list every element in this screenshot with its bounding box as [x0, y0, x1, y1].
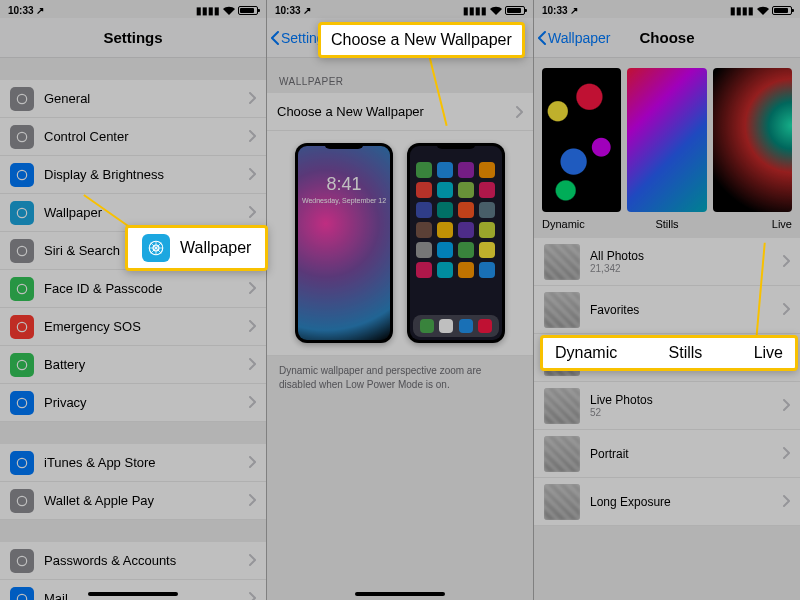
album-thumbnail [544, 388, 580, 424]
category-label-dynamic: Dynamic [542, 218, 625, 230]
faceid-icon [10, 277, 34, 301]
album-row[interactable]: Selfies826 [534, 334, 800, 382]
category-live[interactable] [713, 68, 792, 212]
wallpaper-panel: 10:33 ↗ ▮▮▮▮ Settings WALLPAPER Choose a… [267, 0, 534, 600]
settings-row-privacy[interactable]: Privacy [0, 384, 266, 422]
svg-point-3 [17, 208, 26, 217]
album-thumbnail [544, 484, 580, 520]
row-label: Passwords & Accounts [44, 553, 249, 568]
chevron-right-icon [783, 301, 790, 319]
settings-row-battery[interactable]: Battery [0, 346, 266, 384]
battery-icon [238, 6, 258, 15]
svg-point-11 [17, 556, 26, 565]
text-size-icon [10, 163, 34, 187]
chevron-right-icon [249, 280, 256, 298]
chevron-right-icon [249, 356, 256, 374]
choose-wallpaper-row[interactable]: Choose a New Wallpaper [267, 93, 533, 131]
battery-icon [10, 353, 34, 377]
album-thumbnail [544, 292, 580, 328]
lock-screen-preview[interactable]: 8:41 Wednesday, September 12 [295, 143, 393, 343]
wifi-icon [223, 6, 235, 15]
settings-row-wallpaper[interactable]: Wallpaper [0, 194, 266, 232]
svg-point-12 [17, 594, 26, 600]
row-label: Wallpaper [44, 205, 249, 220]
chevron-right-icon [249, 552, 256, 570]
settings-row-siri-search[interactable]: Siri & Search [0, 232, 266, 270]
album-row[interactable]: Favorites [534, 286, 800, 334]
home-indicator[interactable] [355, 592, 445, 596]
status-bar: 10:33 ↗ ▮▮▮▮ [534, 0, 800, 18]
svg-point-8 [17, 398, 26, 407]
category-label-live: Live [709, 218, 792, 230]
settings-row-itunes-app-store[interactable]: iTunes & App Store [0, 444, 266, 482]
row-label: Wallet & Apple Pay [44, 493, 249, 508]
page-title: Choose [639, 29, 694, 46]
row-label: Privacy [44, 395, 249, 410]
album-count: 21,342 [590, 263, 644, 274]
settings-panel: 10:33 ↗ ▮▮▮▮ Settings GeneralControl Cen… [0, 0, 267, 600]
settings-row-passwords-accounts[interactable]: Passwords & Accounts [0, 542, 266, 580]
svg-point-0 [17, 94, 26, 103]
chevron-right-icon [783, 253, 790, 271]
status-bar: 10:33 ↗ ▮▮▮▮ [267, 0, 533, 18]
chevron-left-icon [538, 31, 546, 45]
chevron-right-icon [249, 128, 256, 146]
settings-row-general[interactable]: General [0, 80, 266, 118]
album-name: All Photos [590, 249, 644, 263]
back-button[interactable]: Settings [271, 30, 332, 46]
settings-row-control-center[interactable]: Control Center [0, 118, 266, 156]
row-label: General [44, 91, 249, 106]
svg-point-1 [17, 132, 26, 141]
settings-row-emergency-sos[interactable]: Emergency SOS [0, 308, 266, 346]
svg-point-2 [17, 170, 26, 179]
settings-list[interactable]: GeneralControl CenterDisplay & Brightnes… [0, 58, 266, 600]
settings-row-display-brightness[interactable]: Display & Brightness [0, 156, 266, 194]
row-label: Siri & Search [44, 243, 249, 258]
status-bar: 10:33 ↗ ▮▮▮▮ [0, 0, 266, 18]
category-dynamic[interactable] [542, 68, 621, 212]
row-label: Display & Brightness [44, 167, 249, 182]
album-count: 52 [590, 407, 653, 418]
svg-point-7 [17, 360, 26, 369]
chevron-right-icon [783, 349, 790, 367]
album-name: Selfies [590, 345, 626, 359]
album-row[interactable]: Long Exposure [534, 478, 800, 526]
settings-row-face-id-passcode[interactable]: Face ID & Passcode [0, 270, 266, 308]
svg-point-4 [17, 246, 26, 255]
chevron-right-icon [516, 106, 523, 118]
gear-icon [10, 87, 34, 111]
album-thumbnail [544, 436, 580, 472]
section-header: WALLPAPER [267, 58, 533, 93]
wallpaper-categories [534, 58, 800, 218]
location-icon: ↗ [36, 5, 44, 16]
album-row[interactable]: Live Photos52 [534, 382, 800, 430]
album-name: Favorites [590, 303, 639, 317]
category-label-stills: Stills [625, 218, 708, 230]
chevron-right-icon [249, 590, 256, 601]
settings-row-wallet-apple-pay[interactable]: Wallet & Apple Pay [0, 482, 266, 520]
chevron-right-icon [783, 397, 790, 415]
siri-icon [10, 239, 34, 263]
album-name: Long Exposure [590, 495, 671, 509]
chevron-left-icon [271, 31, 279, 45]
settings-row-mail[interactable]: Mail [0, 580, 266, 600]
wallpaper-previews: 8:41 Wednesday, September 12 [267, 131, 533, 356]
hand-icon [10, 391, 34, 415]
album-row[interactable]: Portrait [534, 430, 800, 478]
category-stills[interactable] [627, 68, 706, 212]
row-label: Face ID & Passcode [44, 281, 249, 296]
sos-icon [10, 315, 34, 339]
svg-point-5 [17, 284, 26, 293]
home-indicator[interactable] [88, 592, 178, 596]
svg-point-6 [17, 322, 26, 331]
row-label: Emergency SOS [44, 319, 249, 334]
album-name: Portrait [590, 447, 629, 461]
signal-icon: ▮▮▮▮ [196, 5, 220, 16]
album-row[interactable]: All Photos21,342 [534, 238, 800, 286]
home-screen-preview[interactable] [407, 143, 505, 343]
chevron-right-icon [249, 318, 256, 336]
back-button[interactable]: Wallpaper [538, 30, 611, 46]
svg-point-10 [17, 496, 26, 505]
chevron-right-icon [249, 394, 256, 412]
appstore-icon [10, 451, 34, 475]
